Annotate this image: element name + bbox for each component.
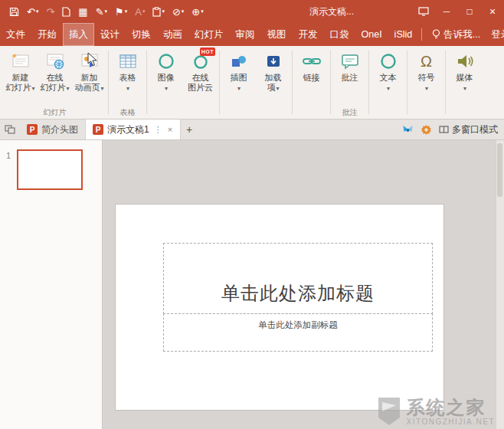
tab-close-icon[interactable]: × bbox=[167, 125, 173, 134]
menu-tab-file[interactable]: 文件 bbox=[0, 23, 31, 46]
display-mode-button[interactable] bbox=[412, 0, 435, 23]
paste-button[interactable]: ▾ bbox=[149, 2, 168, 21]
keyboard-button[interactable]: ▦ bbox=[75, 2, 90, 21]
font-color-button[interactable]: A▾ bbox=[132, 2, 148, 21]
dropdown-arrow-icon: ▾ bbox=[162, 8, 165, 15]
ribbon-button-label: 文本 bbox=[380, 73, 397, 83]
dropdown-arrow-icon: ▾ bbox=[125, 8, 128, 15]
ribbon-group-images: 图像 ▾ HOT 在线 图片云 bbox=[149, 47, 218, 119]
new-anim-page-icon bbox=[80, 50, 100, 73]
ribbon-button-label: 图像 bbox=[158, 73, 175, 83]
tab-menu-icon[interactable]: ⋮ bbox=[153, 125, 163, 135]
ribbon-button-image[interactable]: 图像 ▾ bbox=[149, 47, 183, 107]
close-button[interactable]: × bbox=[481, 0, 504, 23]
ribbon-button-label: 新加 bbox=[81, 73, 98, 83]
ribbon-button-table[interactable]: 表格 ▾ bbox=[110, 47, 145, 107]
ribbon-button-link[interactable]: 链接 bbox=[294, 47, 329, 107]
multi-window-mode-button[interactable]: 多窗口模式 bbox=[439, 123, 498, 136]
flag-button[interactable]: ⚑▾ bbox=[112, 2, 130, 21]
dropdown-arrow-icon: ▾ bbox=[463, 85, 466, 92]
ribbon-button-label: 媒体 bbox=[457, 73, 473, 83]
minimize-button[interactable]: ─ bbox=[435, 0, 458, 23]
paste-icon bbox=[152, 7, 161, 17]
subtitle-placeholder[interactable]: 单击此处添加副标题 bbox=[163, 313, 433, 352]
document-tab-intro[interactable]: P 简介头图 bbox=[20, 120, 86, 139]
ribbon-button-media[interactable]: 媒体 ▾ bbox=[447, 47, 482, 107]
new-document-icon bbox=[62, 7, 70, 17]
ribbon-button-label: 新建 bbox=[12, 73, 29, 83]
menu-tab-animations[interactable]: 动画 bbox=[157, 23, 188, 46]
ribbon-group-slides: 新建 幻灯片▾ 在线 幻灯片▾ 新加 动画页▾ bbox=[3, 47, 106, 119]
ribbon-group-label-comments: 批注 bbox=[332, 107, 367, 119]
menu-tab-insert[interactable]: 插入 bbox=[63, 23, 94, 46]
menu-tab-transitions[interactable]: 切换 bbox=[126, 23, 157, 46]
dropdown-arrow-icon: ▾ bbox=[36, 8, 39, 15]
more-tools-button[interactable]: ⊕▾ bbox=[188, 2, 206, 21]
save-button[interactable] bbox=[6, 2, 22, 21]
ribbon-button-online-gallery[interactable]: HOT 在线 图片云 bbox=[183, 47, 218, 107]
tell-me-button[interactable]: 告诉我... bbox=[428, 23, 484, 46]
tabbar-right-group: 多窗口模式 bbox=[402, 123, 504, 136]
ribbon-button-illustration[interactable]: 插图 ▾ bbox=[221, 47, 256, 107]
menu-tab-slideshow[interactable]: 幻灯片 bbox=[188, 23, 230, 46]
ribbon-button-addins[interactable]: 加载 项▾ bbox=[256, 47, 290, 107]
menu-tab-review[interactable]: 审阅 bbox=[230, 23, 261, 46]
ppt-file-icon: P bbox=[27, 124, 38, 135]
ribbon-group-label-media bbox=[447, 107, 482, 119]
ribbon-group-illustration: 插图 ▾ 加载 项▾ bbox=[221, 47, 290, 119]
title-placeholder[interactable]: 单击此处添加标题 bbox=[163, 243, 433, 314]
menu-tab-view[interactable]: 视图 bbox=[261, 23, 293, 46]
redo-button[interactable]: ↷ bbox=[43, 2, 57, 21]
slide-thumbnail[interactable] bbox=[17, 149, 83, 190]
ribbon-button-textbox[interactable]: 文本 ▾ bbox=[371, 47, 405, 107]
menu-tab-islide[interactable]: iSlid bbox=[388, 23, 419, 46]
redo-icon: ↷ bbox=[46, 6, 54, 18]
dropdown-arrow-icon: ▾ bbox=[31, 85, 34, 92]
ribbon-button-label: 在线 bbox=[192, 73, 209, 83]
workspace-button[interactable] bbox=[0, 125, 20, 134]
online-slides-icon bbox=[45, 50, 65, 73]
title-placeholder-text: 单击此处添加标题 bbox=[221, 281, 375, 306]
window-title: 演示文稿... bbox=[309, 0, 354, 23]
ppt-file-icon: P bbox=[93, 124, 103, 135]
settings-gear-icon[interactable] bbox=[421, 124, 432, 136]
plugin-icon[interactable] bbox=[402, 124, 414, 135]
menu-tab-design[interactable]: 设计 bbox=[94, 23, 126, 46]
image-icon bbox=[157, 50, 175, 73]
workspace-icon bbox=[5, 125, 15, 134]
document-tab-current[interactable]: P 演示文稿1 ⋮ × bbox=[86, 120, 181, 139]
menu-tab-onekey[interactable]: OneI bbox=[355, 23, 388, 46]
ribbon-group-media: 媒体 ▾ bbox=[447, 47, 482, 119]
ribbon-group-label-images bbox=[149, 107, 218, 119]
scrollbar-thumb[interactable] bbox=[497, 143, 502, 197]
dropdown-arrow-icon: ▾ bbox=[201, 8, 204, 15]
slide-editor-area: 单击此处添加标题 单击此处添加副标题 系统之家 XITONGZHIJIA.NET bbox=[103, 140, 504, 429]
new-document-button[interactable] bbox=[59, 2, 74, 21]
ribbon-button-new-slide[interactable]: 新建 幻灯片▾ bbox=[3, 47, 38, 107]
new-tab-button[interactable]: + bbox=[181, 120, 198, 139]
menu-tab-developer[interactable]: 开发 bbox=[293, 23, 324, 46]
table-icon bbox=[119, 50, 137, 73]
tell-me-label: 告诉我... bbox=[443, 28, 480, 41]
pen-button[interactable]: ✎▾ bbox=[93, 2, 110, 21]
slide-canvas[interactable]: 单击此处添加标题 单击此处添加副标题 bbox=[115, 204, 444, 411]
vertical-scrollbar[interactable] bbox=[496, 140, 504, 429]
ribbon-button-new-anim-page[interactable]: 新加 动画页▾ bbox=[72, 47, 106, 107]
shapes-button[interactable]: ⊘▾ bbox=[169, 2, 187, 21]
slide-thumbnail-row: 1 bbox=[0, 140, 102, 190]
maximize-button[interactable]: □ bbox=[458, 0, 481, 23]
undo-button[interactable]: ↶▾ bbox=[24, 2, 41, 21]
ribbon-separator bbox=[108, 51, 109, 114]
ribbon-separator bbox=[146, 51, 147, 114]
menu-separator bbox=[421, 28, 422, 41]
menu-tab-pocket[interactable]: 口袋 bbox=[324, 23, 355, 46]
login-button[interactable]: 登录 bbox=[487, 23, 504, 46]
display-icon bbox=[418, 7, 429, 16]
ribbon-tab-bar: 文件 开始 插入 设计 切换 动画 幻灯片 审阅 视图 开发 口袋 OneI i… bbox=[0, 23, 504, 46]
ribbon-button-online-slides[interactable]: 在线 幻灯片▾ bbox=[38, 47, 72, 107]
ribbon-button-symbol[interactable]: Ω 符号 ▾ bbox=[409, 47, 443, 107]
ribbon-button-comment[interactable]: 批注 bbox=[332, 47, 367, 107]
ribbon-separator bbox=[407, 51, 407, 114]
ribbon-separator bbox=[219, 51, 220, 114]
menu-tab-home[interactable]: 开始 bbox=[31, 23, 63, 46]
